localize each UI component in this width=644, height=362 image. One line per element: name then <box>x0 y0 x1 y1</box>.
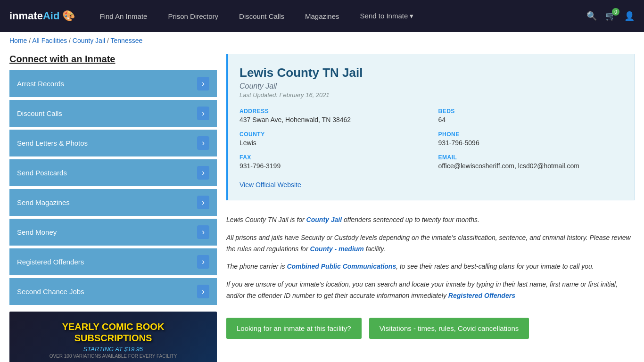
sidebar-label-send-postcards: Send Postcards <box>17 169 67 177</box>
breadcrumb-tennessee[interactable]: Tennessee <box>111 37 143 44</box>
facility-type: County Jail <box>239 82 623 90</box>
fax-value: 931-796-3199 <box>239 162 424 170</box>
arrow-icon-send-money: › <box>197 225 209 239</box>
arrow-icon-discount-calls: › <box>197 107 209 120</box>
sidebar-item-second-chance-jobs[interactable]: Second Chance Jobs › <box>9 278 217 305</box>
sidebar-item-send-letters[interactable]: Send Letters & Photos › <box>9 130 217 156</box>
combined-public-link[interactable]: Combined Public Communications <box>287 263 396 270</box>
phone-block: PHONE 931-796-5096 <box>438 131 623 147</box>
county-block: COUNTY Lewis <box>239 131 424 147</box>
county-value: Lewis <box>239 139 424 147</box>
arrow-icon-registered-offenders: › <box>197 255 209 269</box>
breadcrumb-home[interactable]: Home <box>9 37 27 44</box>
desc-p3-before: The phone carrier is <box>226 263 287 270</box>
arrow-icon-send-magazines: › <box>197 196 209 209</box>
address-label: ADDRESS <box>239 108 424 115</box>
ad-title-line1: YEARLY COMIC BOOK <box>62 321 165 332</box>
breadcrumb-sep2: / <box>69 37 73 44</box>
ad-subtitle: STARTING AT $19.95 <box>83 346 143 353</box>
arrow-icon-send-postcards: › <box>197 166 209 180</box>
fax-block: FAX 931-796-3199 <box>239 154 424 170</box>
logo-text: inmateAid 🎨 <box>9 10 75 22</box>
desc-paragraph-2: All prisons and jails have Security or C… <box>226 232 635 255</box>
navigation: inmateAid 🎨 Find An Inmate Prison Direct… <box>0 0 644 32</box>
sidebar-label-send-letters: Send Letters & Photos <box>17 139 88 147</box>
email-block: EMAIL office@lewiscosheriff.com, lcsd02@… <box>438 154 623 170</box>
facility-description: Lewis County TN Jail is for County Jail … <box>226 210 635 313</box>
ad-note: OVER 100 VARIATIONS AVAILABLE FOR EVERY … <box>50 354 177 359</box>
phone-label: PHONE <box>438 131 623 138</box>
beds-block: BEDS 64 <box>438 108 623 123</box>
nav-right-icons: 🔍 🛒 0 👤 <box>586 11 635 21</box>
sidebar-item-arrest-records[interactable]: Arrest Records › <box>9 70 217 97</box>
county-medium-link[interactable]: County - medium <box>310 245 363 253</box>
sidebar: Connect with an Inmate Arrest Records › … <box>9 54 217 362</box>
facility-updated: Last Updated: February 16, 2021 <box>239 91 623 99</box>
sidebar-item-send-postcards[interactable]: Send Postcards › <box>9 159 217 186</box>
county-label: COUNTY <box>239 131 424 138</box>
nav-prison-directory[interactable]: Prison Directory <box>157 0 229 32</box>
registered-offenders-link[interactable]: Registered Offenders <box>448 292 515 299</box>
content-area: Lewis County TN Jail County Jail Last Up… <box>226 54 635 362</box>
desc-paragraph-4: If you are unsure of your inmate's locat… <box>226 279 635 302</box>
fax-label: FAX <box>239 154 424 161</box>
visitations-button[interactable]: Visitations - times, rules, Covid cancel… <box>369 318 529 339</box>
breadcrumb-county-jail[interactable]: County Jail <box>73 37 105 44</box>
sidebar-label-arrest-records: Arrest Records <box>17 80 64 88</box>
nav-find-inmate[interactable]: Find An Inmate <box>90 0 158 32</box>
desc-p4-before: If you are unsure of your inmate's locat… <box>226 280 618 299</box>
sidebar-title: Connect with an Inmate <box>9 54 217 65</box>
desc-p1-after: offenders sentenced up to twenty four mo… <box>342 216 479 223</box>
email-label: EMAIL <box>438 154 623 161</box>
beds-value: 64 <box>438 116 623 123</box>
beds-label: BEDS <box>438 108 623 115</box>
arrow-icon-second-chance-jobs: › <box>197 285 209 298</box>
sidebar-label-registered-offenders: Registered Offenders <box>17 258 84 266</box>
arrow-icon-send-letters: › <box>197 136 209 150</box>
arrow-icon-arrest-records: › <box>197 77 209 90</box>
sidebar-item-send-money[interactable]: Send Money › <box>9 219 217 246</box>
cart-count: 0 <box>612 8 619 16</box>
breadcrumb-all-facilities[interactable]: All Facilities <box>32 37 67 44</box>
facility-info-grid: ADDRESS 437 Swan Ave, Hohenwald, TN 3846… <box>239 108 623 170</box>
facility-name: Lewis County TN Jail <box>239 66 623 80</box>
sidebar-label-send-magazines: Send Magazines <box>17 198 70 206</box>
sidebar-item-registered-offenders[interactable]: Registered Offenders › <box>9 248 217 275</box>
phone-value: 931-796-5096 <box>438 139 623 147</box>
cart-icon[interactable]: 🛒 0 <box>605 11 616 21</box>
nav-magazines[interactable]: Magazines <box>295 0 350 32</box>
ad-title-line2: SUBSCRIPTIONS <box>74 332 152 344</box>
view-website-link[interactable]: View Official Website <box>239 181 301 189</box>
county-jail-link[interactable]: County Jail <box>306 216 342 223</box>
search-icon[interactable]: 🔍 <box>586 11 597 21</box>
desc-p1-before: Lewis County TN Jail is for <box>226 216 306 223</box>
address-block: ADDRESS 437 Swan Ave, Hohenwald, TN 3846… <box>239 108 424 123</box>
bottom-buttons: Looking for an inmate at this facility? … <box>226 318 635 339</box>
sidebar-item-discount-calls[interactable]: Discount Calls › <box>9 100 217 127</box>
nav-discount-calls[interactable]: Discount Calls <box>229 0 295 32</box>
desc-p3-after: , to see their rates and best-calling pl… <box>396 263 594 270</box>
desc-paragraph-1: Lewis County TN Jail is for County Jail … <box>226 214 635 226</box>
sidebar-label-second-chance-jobs: Second Chance Jobs <box>17 288 84 296</box>
address-value: 437 Swan Ave, Hohenwald, TN 38462 <box>239 116 424 123</box>
user-icon[interactable]: 👤 <box>624 11 635 21</box>
logo[interactable]: inmateAid 🎨 <box>9 10 75 22</box>
looking-for-inmate-button[interactable]: Looking for an inmate at this facility? <box>226 318 362 339</box>
nav-send-to-inmate[interactable]: Send to Inmate ▾ <box>350 0 424 32</box>
sidebar-advertisement[interactable]: YEARLY COMIC BOOK SUBSCRIPTIONS STARTING… <box>9 312 217 362</box>
main-layout: Connect with an Inmate Arrest Records › … <box>0 49 644 362</box>
breadcrumb-sep3: / <box>107 37 111 44</box>
nav-links: Find An Inmate Prison Directory Discount… <box>90 0 587 32</box>
sidebar-label-send-money: Send Money <box>17 228 57 236</box>
desc-paragraph-3: The phone carrier is Combined Public Com… <box>226 261 635 272</box>
desc-p2-text: All prisons and jails have Security or C… <box>226 234 631 253</box>
breadcrumb: Home / All Facilities / County Jail / Te… <box>0 32 644 49</box>
facility-card: Lewis County TN Jail County Jail Last Up… <box>226 54 635 200</box>
sidebar-label-discount-calls: Discount Calls <box>17 109 62 117</box>
desc-p2-after: facility. <box>364 245 386 253</box>
email-value: office@lewiscosheriff.com, lcsd02@hotmai… <box>438 162 623 170</box>
sidebar-item-send-magazines[interactable]: Send Magazines › <box>9 189 217 216</box>
